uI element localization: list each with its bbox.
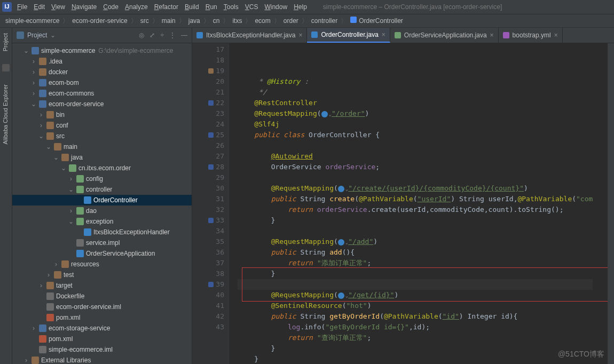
tree-node[interactable]: ›ecom-storage-service	[12, 323, 192, 334]
watermark: @51CTO博客	[558, 349, 604, 360]
crumb[interactable]: OrderController	[350, 17, 403, 26]
tree-node[interactable]: OrderController	[12, 195, 192, 205]
menubar: IJ FileEditViewNavigateCodeAnalyzeRefact…	[0, 0, 614, 14]
tree-node[interactable]: ⌄src	[12, 131, 192, 141]
close-icon[interactable]: ×	[298, 31, 302, 40]
crumb[interactable]: simple-ecommerce	[5, 17, 59, 26]
tree-node[interactable]: service.impl	[12, 238, 192, 248]
menu-build[interactable]: Build	[182, 2, 202, 13]
tree-node[interactable]: ⌄main	[12, 141, 192, 152]
window-title: simple-ecommerce – OrderController.java …	[323, 3, 502, 12]
editor-tab[interactable]: OrderServiceApplication.java×	[390, 28, 499, 43]
tree-node[interactable]: ⌄simple-ecommerceG:\dev\simple-ecommerce	[12, 45, 192, 56]
code-lines[interactable]: * @History : */ @RestController @Request…	[229, 43, 593, 364]
close-icon[interactable]: ×	[490, 31, 494, 40]
editor-tab[interactable]: OrderController.java×	[307, 28, 390, 43]
hide-icon[interactable]: —	[181, 31, 187, 40]
menu-code[interactable]: Code	[100, 2, 122, 13]
crumb[interactable]: controller	[311, 17, 337, 26]
tool-project[interactable]: Project	[2, 31, 10, 53]
tree-node[interactable]: ›.idea	[12, 56, 192, 67]
tree-node[interactable]: ›docker	[12, 67, 192, 77]
file-icon	[196, 32, 203, 38]
crumb[interactable]: src	[140, 17, 149, 26]
tree-node[interactable]: simple-ecommerce.iml	[12, 344, 192, 355]
tree-node[interactable]: ItxsBlockExceptionHandler	[12, 227, 192, 238]
menu-help[interactable]: Help	[290, 2, 310, 13]
tree-node[interactable]: ⌄ecom-order-service	[12, 99, 192, 109]
editor-tab[interactable]: bootstrap.yml×	[499, 28, 563, 43]
project-tree[interactable]: ⌄simple-ecommerceG:\dev\simple-ecommerce…	[12, 43, 192, 364]
tree-node[interactable]: Dockerfile	[12, 291, 192, 302]
crumb[interactable]: order	[284, 17, 298, 26]
close-icon[interactable]: ×	[382, 30, 385, 39]
code-editor[interactable]: 1718192021222324252627282930313233343536…	[192, 43, 614, 364]
menu-tools[interactable]: Tools	[221, 2, 242, 13]
project-sidebar: Project ⌄ ◎ ⤢ ÷ ⋮ — ⌄simple-ecommerceG:\…	[12, 28, 192, 364]
project-view-icon	[17, 31, 24, 39]
tree-node[interactable]: pom.xml	[12, 334, 192, 344]
crumb[interactable]: cn	[213, 17, 220, 26]
target-icon[interactable]: ◎	[139, 31, 144, 40]
chevron-down-icon[interactable]: ⌄	[50, 31, 56, 40]
menu-window[interactable]: Window	[261, 2, 290, 13]
crumb[interactable]: main	[162, 17, 176, 26]
tool-alibaba-cloud[interactable]: Alibaba Cloud Explorer	[2, 82, 10, 147]
tree-node[interactable]: ›bin	[12, 109, 192, 120]
tool-icon[interactable]	[2, 64, 10, 72]
tree-node[interactable]: ›target	[12, 280, 192, 291]
editor-area: ItxsBlockExceptionHandler.java×OrderCont…	[192, 28, 614, 364]
crumb[interactable]: itxs	[232, 17, 242, 26]
menu-vcs[interactable]: VCS	[242, 2, 262, 13]
editor-tabs: ItxsBlockExceptionHandler.java×OrderCont…	[192, 28, 614, 43]
tree-node[interactable]: ›External Libraries	[12, 355, 192, 364]
menu-file[interactable]: File	[14, 2, 30, 13]
settings-icon[interactable]: ⋮	[169, 31, 176, 40]
left-tool-strip: Project Alibaba Cloud Explorer	[0, 28, 12, 364]
menu-edit[interactable]: Edit	[30, 2, 48, 13]
tree-node[interactable]: ›conf	[12, 120, 192, 131]
crumb[interactable]: ecom-order-service	[72, 17, 127, 26]
tree-node[interactable]: pom.xml	[12, 312, 192, 323]
editor-tab[interactable]: ItxsBlockExceptionHandler.java×	[192, 28, 307, 43]
menu-refactor[interactable]: Refactor	[151, 2, 182, 13]
close-icon[interactable]: ×	[554, 31, 558, 40]
tree-node[interactable]: ›dao	[12, 205, 192, 216]
editor-scrollbar[interactable]	[608, 43, 614, 364]
menu-navigate[interactable]: Navigate	[68, 2, 100, 13]
tree-node[interactable]: ecom-order-service.iml	[12, 302, 192, 312]
gutter: 1718192021222324252627282930313233343536…	[192, 43, 229, 364]
file-icon	[395, 32, 401, 38]
crumb[interactable]: java	[188, 17, 200, 26]
menu-view[interactable]: View	[48, 2, 68, 13]
menu-analyze[interactable]: Analyze	[122, 2, 151, 13]
tree-node[interactable]: ›ecom-bom	[12, 77, 192, 88]
tree-node[interactable]: OrderServiceApplication	[12, 248, 192, 259]
tree-node[interactable]: ›resources	[12, 259, 192, 270]
tree-node[interactable]: ›config	[12, 173, 192, 184]
tree-node[interactable]: ⌄controller	[12, 184, 192, 195]
collapse-icon[interactable]: ÷	[160, 31, 164, 40]
crumb[interactable]: ecom	[255, 17, 270, 26]
tree-node[interactable]: ⌄java	[12, 152, 192, 163]
tree-node[interactable]: ›test	[12, 270, 192, 280]
menu-run[interactable]: Run	[202, 2, 221, 13]
expand-icon[interactable]: ⤢	[149, 31, 155, 40]
breadcrumb: simple-ecommerce〉ecom-order-service〉src〉…	[0, 14, 614, 28]
file-icon	[311, 31, 318, 38]
tree-node[interactable]: ⌄exception	[12, 216, 192, 227]
sidebar-title[interactable]: Project	[27, 31, 47, 40]
tree-node[interactable]: ›ecom-commons	[12, 88, 192, 99]
tree-node[interactable]: ⌄cn.itxs.ecom.order	[12, 163, 192, 173]
app-logo-icon: IJ	[2, 2, 12, 12]
file-icon	[503, 32, 509, 38]
